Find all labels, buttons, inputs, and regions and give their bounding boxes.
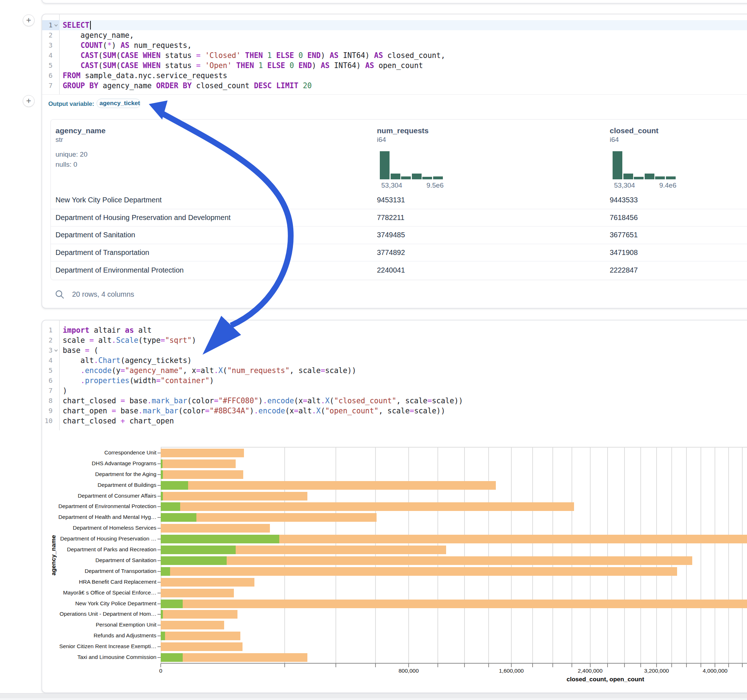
y-tick xyxy=(157,614,161,615)
histogram-min-label: 53,304 xyxy=(614,181,635,189)
plot-border-left xyxy=(161,448,162,663)
table-row[interactable]: Department of Environmental Protection22… xyxy=(51,261,747,279)
gridline xyxy=(336,448,336,663)
x-tick xyxy=(728,664,729,667)
bar-closed_count xyxy=(161,632,240,640)
code-line-5[interactable]: 5 CAST(SUM(CASE WHEN status = 'Open' THE… xyxy=(42,60,747,71)
bar-open_count xyxy=(161,470,163,479)
x-tick xyxy=(375,664,376,667)
table-row-count: 20 rows, 4 columns xyxy=(72,290,134,299)
code-line-3[interactable]: 3 COUNT(*) AS num_requests, xyxy=(42,40,747,50)
output-variable-pill[interactable]: agency_tickets xyxy=(97,99,141,108)
output-variable-label: Output variable: xyxy=(48,101,94,108)
line-number: 2 xyxy=(42,30,59,40)
table-cell: Department of Environmental Protection xyxy=(56,261,286,279)
y-axis-label: Department of Homeless Services xyxy=(42,525,156,531)
histogram-min-label: 53,304 xyxy=(381,181,402,189)
code-line-2[interactable]: 2 agency_name, xyxy=(42,30,747,40)
y-tick xyxy=(157,517,161,518)
notebook-page: + + 1SELECT 2 agency_name,3 COUNT(*) AS … xyxy=(0,0,747,700)
bar-closed_count xyxy=(161,578,254,587)
x-tick xyxy=(572,664,572,667)
y-tick xyxy=(157,549,161,550)
histogram-max-label: 9.4e6 xyxy=(650,181,676,189)
page-bottom-strip xyxy=(0,693,747,700)
x-tick xyxy=(464,664,465,667)
bar-open_count xyxy=(161,653,183,662)
bar-open_count xyxy=(161,567,170,576)
x-tick xyxy=(160,664,161,667)
x-tick xyxy=(700,664,701,667)
bar-open_count xyxy=(161,632,165,640)
line-number: 4 xyxy=(42,50,59,60)
y-axis-label: Department of Transportation xyxy=(42,568,156,574)
table-cell: 7782211 xyxy=(377,209,608,226)
x-tick xyxy=(640,664,641,667)
code-line-6[interactable]: 6FROM sample_data.nyc.service_requests xyxy=(42,71,747,81)
column-type: i64 xyxy=(610,136,619,144)
y-axis-label: Refunds and Adjustments xyxy=(42,632,156,639)
gridline xyxy=(375,448,376,663)
line-number: 5 xyxy=(42,60,59,71)
gridline xyxy=(408,448,409,663)
bar-closed_count xyxy=(161,599,747,608)
y-tick xyxy=(157,646,161,647)
x-axis-title: closed_count, open_count xyxy=(461,676,747,683)
table-cell: 3677651 xyxy=(610,226,747,244)
gridline xyxy=(590,448,591,663)
bar-closed_count xyxy=(161,567,677,576)
column-histogram xyxy=(612,151,676,180)
table-cell: 9453131 xyxy=(377,191,608,209)
y-tick xyxy=(157,506,161,507)
table-row[interactable]: New York City Police Department945313194… xyxy=(51,191,747,209)
code-text: CAST(SUM(CASE WHEN status = 'Closed' THE… xyxy=(59,50,747,60)
bar-closed_count xyxy=(161,643,242,651)
bar-closed_count xyxy=(161,556,692,565)
table-row[interactable]: Department of Sanitation37494853677651 xyxy=(51,226,747,244)
y-tick xyxy=(157,485,161,486)
bar-closed_count xyxy=(161,502,574,511)
add-cell-button-top[interactable]: + xyxy=(23,14,35,26)
result-table: agency_namestrunique: 20nulls: 0num_requ… xyxy=(50,119,747,280)
bar-closed_count xyxy=(161,653,307,662)
table-cell: Department of Transportation xyxy=(56,244,286,261)
x-tick xyxy=(336,664,336,667)
table-cell: 3749485 xyxy=(377,226,608,244)
x-tick xyxy=(552,664,553,667)
gridline xyxy=(511,448,512,663)
output-variable-bar: Output variable: agency_tickets xyxy=(42,94,747,119)
x-axis-line xyxy=(161,663,747,664)
column-name: agency_name xyxy=(56,127,106,135)
code-line-4[interactable]: 4 CAST(SUM(CASE WHEN status = 'Closed' T… xyxy=(42,50,747,60)
y-tick xyxy=(157,657,161,658)
x-axis-label: 0 xyxy=(139,668,182,674)
sql-cell: 1SELECT 2 agency_name,3 COUNT(*) AS num_… xyxy=(41,14,747,309)
histogram-max-label: 9.5e6 xyxy=(417,181,444,189)
table-row[interactable]: Department of Housing Preservation and D… xyxy=(51,209,747,226)
table-row[interactable]: Department of Transportation377489234719… xyxy=(51,244,747,261)
previous-cell-bottom-edge xyxy=(41,0,747,4)
x-tick xyxy=(742,664,742,667)
sql-code-editor[interactable]: 1SELECT 2 agency_name,3 COUNT(*) AS num_… xyxy=(42,14,747,94)
fold-chevron-icon[interactable] xyxy=(54,23,58,28)
search-icon[interactable] xyxy=(55,290,65,299)
code-text: agency_name, xyxy=(59,30,747,40)
y-axis-label: Department for the Aging xyxy=(42,471,156,477)
x-tick xyxy=(590,664,591,667)
gridline xyxy=(488,448,489,663)
code-text: COUNT(*) AS num_requests, xyxy=(59,40,747,50)
y-axis-label: Personal Exemption Unit xyxy=(42,622,156,628)
gridline xyxy=(552,448,553,663)
code-line-7[interactable]: 7GROUP BY agency_name ORDER BY closed_co… xyxy=(42,81,747,91)
table-cell: 7618456 xyxy=(610,209,747,226)
add-cell-button-below-code[interactable]: + xyxy=(23,95,35,107)
gridline xyxy=(532,448,533,663)
column-type: i64 xyxy=(377,136,386,144)
bar-open_count xyxy=(161,610,163,619)
bar-closed_count xyxy=(161,524,270,533)
bar-closed_count xyxy=(161,481,496,490)
bar-open_count xyxy=(161,502,180,511)
code-line-1[interactable]: 1SELECT xyxy=(42,20,747,30)
y-tick xyxy=(157,528,161,529)
y-tick xyxy=(157,560,161,561)
